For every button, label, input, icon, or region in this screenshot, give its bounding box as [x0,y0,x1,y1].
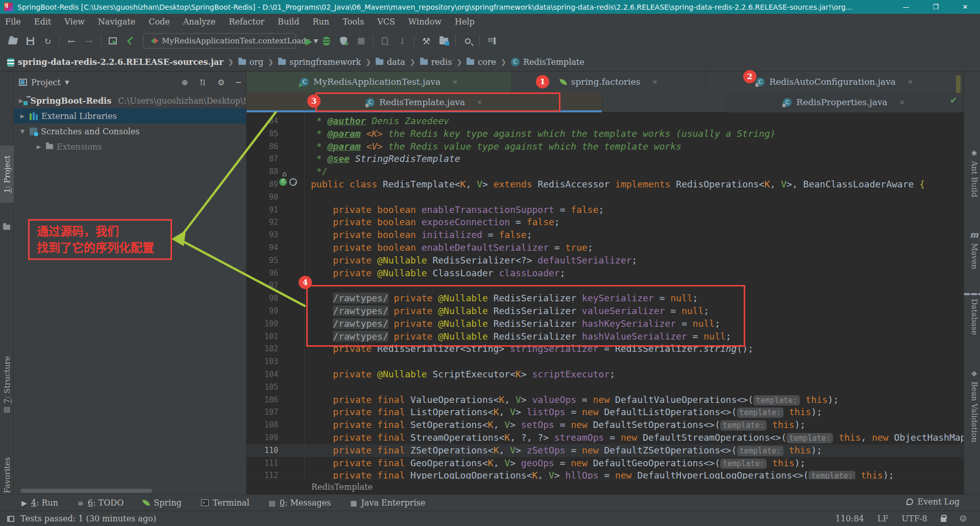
inspection-ok-icon[interactable]: ✔ [950,95,957,105]
tree-item-springboot-redis[interactable]: ▶SpringBoot-RedisC:\Users\guoshizhan\Des… [14,93,246,108]
project-panel-title[interactable]: Project [31,78,61,87]
chevron-down-icon[interactable]: ▼ [65,79,69,86]
class-gutter-icon[interactable] [279,178,287,186]
code-area[interactable]: 84 * @author Denis Zavedeev85 * @param <… [247,112,964,479]
tool-strip-bean-validation[interactable]: ❖Bean Validation [964,369,980,455]
toolwindow-button-spring[interactable]: Spring [143,498,182,508]
tool-strip-7-structure[interactable]: ▤7: Structure [0,352,14,419]
forward-icon[interactable]: → [80,33,97,49]
editor-breadcrumb[interactable]: RedisTemplate [247,479,964,494]
menu-item-help[interactable]: Help [455,17,475,27]
update-app-icon: ↓ [394,33,411,49]
tree-item-scratches-and-consoles[interactable]: ▼Scratches and Consoles [14,124,246,139]
menu-item-tools[interactable]: Tools [342,17,364,27]
save-all-icon[interactable] [21,33,39,49]
locate-file-icon[interactable]: ⊕ [181,78,188,87]
event-log-button[interactable]: Event Log [906,497,960,507]
tab-redistemplate[interactable]: CRedisTemplate.java✕ [247,92,602,112]
chevron-right-icon[interactable]: ▶ [19,113,26,119]
tab-myredisapplicationtest[interactable]: CMyRedisApplicationTest.java✕ [247,71,512,92]
code-line-101: 101 /rawtypes/ private @Nullable RedisSe… [247,330,964,343]
menu-item-file[interactable]: File [5,17,21,27]
menu-item-navigate[interactable]: Navigate [98,17,135,27]
compare-structure-icon[interactable] [483,33,500,49]
code-text: private RedisSerializer<String> stringSe… [311,343,753,355]
menu-item-view[interactable]: View [64,17,85,27]
debug-button[interactable] [317,33,335,49]
menu-item-build[interactable]: Build [278,17,300,27]
search-everywhere-icon[interactable] [459,33,476,49]
read-only-lock-icon[interactable] [941,517,946,522]
tab-redisproperties[interactable]: CRedisProperties.java✕ [725,92,964,112]
maximize-button[interactable]: ❐ [921,0,950,14]
tab-close-icon[interactable]: ✕ [452,78,458,86]
tree-item-external-libraries[interactable]: ▶External Libraries [14,108,246,124]
tool-strip-1-project[interactable]: 1: Project [0,146,14,203]
green-arrow-icon[interactable] [121,33,139,49]
coverage-button[interactable] [335,33,352,49]
run-configuration-select[interactable]: MyRedisApplicationTest.contextLoads ▼ [143,33,296,49]
breadcrumb-item-redis[interactable]: redis [420,57,452,67]
breadcrumb-item-springframework[interactable]: springframework [278,57,361,67]
folder-icon [238,59,246,65]
toolwindow-button-4-run[interactable]: ▶4: Run [21,498,58,508]
toolwindow-button-java-enterprise[interactable]: ▦Java Enterprise [350,498,425,508]
code-line-84: 84 * @author Denis Zavedeev [247,115,964,128]
back-icon[interactable]: ← [63,33,80,49]
breadcrumb-item-org[interactable]: org [238,57,264,67]
tab-close-icon[interactable]: ✕ [899,99,905,106]
project-structure-icon[interactable] [435,33,452,49]
toolbar-separator [479,35,480,46]
menu-item-edit[interactable]: Edit [34,17,51,27]
sync-icon[interactable]: ↻ [39,33,56,49]
chevron-right-icon[interactable]: ▶ [35,144,42,150]
toolwindow-button-6-todo[interactable]: ≡6: TODO [78,498,124,508]
tree-item-extensions[interactable]: ▶Extensions [14,139,246,154]
tab-close-icon[interactable]: ✕ [652,78,657,86]
breadcrumb-item-spring-data-redis-2-2-6-release-sources-jar[interactable]: spring-data-redis-2.2.6.RELEASE-sources.… [7,57,224,67]
menu-item-window[interactable]: Window [408,17,442,27]
breadcrumb-item-redistemplate[interactable]: CRedisTemplate [511,57,584,67]
collapse-all-icon[interactable]: ⇅ [200,78,206,87]
tool-strip-maven[interactable]: mMaven [964,229,980,274]
chevron-right-icon[interactable]: ▶ [19,98,23,104]
inspection-profile-icon[interactable]: ☺ [960,514,967,523]
run-button[interactable]: ▶ [300,33,317,49]
open-icon[interactable] [4,33,21,49]
menu-item-code[interactable]: Code [149,17,170,27]
toolwindow-button-0-messages[interactable]: ▤0: Messages [269,498,331,508]
database-icon [964,293,980,295]
run-window-icon[interactable] [104,33,121,49]
menu-item-analyze[interactable]: Analyze [183,17,215,27]
tab-spring-factories[interactable]: spring.factories✕ [512,71,706,92]
code-text: * @param <V> the Redis value type agains… [311,140,681,153]
tool-strip-database[interactable]: Database [964,292,980,352]
toolwindow-toggle-icon[interactable] [7,516,14,522]
menu-item-run[interactable]: Run [312,17,329,27]
menu-item-refactor[interactable]: Refactor [229,17,264,27]
code-line-112: 112 private final HyperLogLogOperations<… [247,469,964,479]
status-message[interactable]: Tests passed: 1 (30 minutes ago) [20,514,156,523]
line-number: 102 [247,343,278,355]
breadcrumb-item-core[interactable]: core [467,57,496,67]
caret-position[interactable]: 110:84 [836,514,864,523]
hide-panel-icon[interactable]: ─ [236,78,241,87]
settings-wrench-icon[interactable]: ⚒ [418,33,435,49]
gear-icon[interactable]: ⚙ [217,78,225,87]
tab-close-icon[interactable]: ✕ [908,78,913,86]
breadcrumb-item-data[interactable]: data [376,57,405,67]
toolwindow-button-terminal[interactable]: >Terminal [201,498,250,508]
line-ending[interactable]: LF [877,514,889,523]
tool-strip-ant-build[interactable]: ✱Ant Build [964,148,980,208]
chevron-down-icon[interactable]: ▼ [19,128,26,135]
menu-item-vcs[interactable]: VCS [377,17,395,27]
minimize-button[interactable]: — [891,0,921,14]
file-encoding[interactable]: UTF-8 [902,514,927,523]
code-line-97: 97 [247,279,964,292]
line-number: 87 [247,153,278,165]
project-hscrollbar[interactable] [20,489,152,493]
close-button[interactable]: ✕ [950,0,980,14]
tab-close-icon[interactable]: ✕ [477,99,482,106]
implementations-gutter-icon[interactable] [289,178,297,186]
tab-redisautoconfiguration[interactable]: CRedisAutoConfiguration.java✕ [706,71,964,92]
